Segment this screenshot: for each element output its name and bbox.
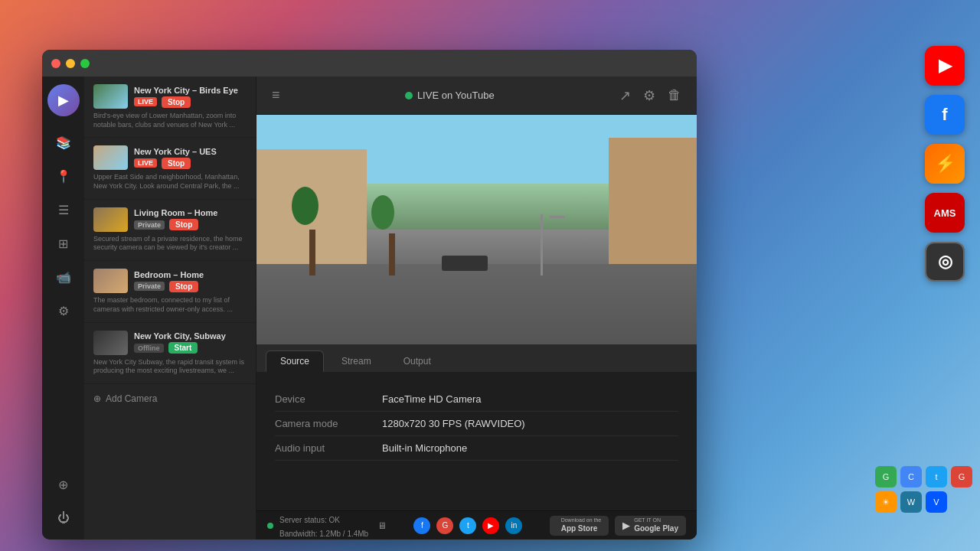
tab-stream[interactable]: Stream — [327, 350, 386, 372]
store-badges: Download on the App Store ▶ GET IT ON Go… — [550, 516, 686, 536]
app-store-badge[interactable]: Download on the App Store — [550, 516, 609, 536]
stop-button-living-room[interactable]: Stop — [169, 219, 198, 230]
camera-status-row: LIVE Stop — [134, 158, 247, 169]
camera-header: Living Room – Home Private Stop — [93, 207, 247, 232]
share-button[interactable]: ↗ — [616, 84, 634, 107]
google-play-badge[interactable]: ▶ GET IT ON Google Play — [615, 516, 686, 536]
delete-button[interactable]: 🗑 — [665, 84, 684, 107]
detail-value-camera-mode: 980x551 30 FPS (RAWVIDEO) — [382, 418, 525, 429]
g-icon[interactable]: G — [875, 466, 897, 487]
app-window: ▶ 📚 📍 ☰ ⊞ 📹 ⚙ ⊕ ⏻ New Yo — [42, 50, 697, 540]
title-bar — [42, 50, 697, 77]
monitor-icon: 🖥 — [377, 520, 387, 531]
camera-status-row: LIVE Stop — [134, 96, 247, 108]
nav-location-icon[interactable]: 📍 — [50, 162, 77, 190]
play-icon: ▶ — [622, 520, 630, 531]
bandwidth-text: Bandwidth: 1.2Mb / 1.4Mb — [279, 530, 368, 538]
server-status-label: Server status: OK — [279, 516, 340, 524]
camera-item-nyc-ues[interactable]: New York City – UES LIVE Stop Upper East… — [84, 138, 256, 199]
camera-item-subway[interactable]: New York City, Subway Offline Start New … — [84, 323, 256, 384]
minimize-button[interactable] — [66, 59, 75, 68]
nav-plus-icon[interactable]: ⊕ — [50, 471, 77, 498]
stop-button-bedroom[interactable]: Stop — [169, 281, 198, 292]
camera-desc: New York City Subway, the rapid transit … — [93, 358, 247, 376]
nav-book-icon[interactable]: 📚 — [50, 129, 77, 156]
detail-row-camera-mode: Camera mode 980x551 30 FPS (RAWVIDEO) — [275, 412, 678, 436]
street-scene — [256, 115, 697, 344]
status-badge-live: LIVE — [134, 97, 157, 106]
main-panel: ≡ LIVE on YouTube ↗ ⚙ 🗑 — [256, 77, 697, 540]
stop-button-nyc-ues[interactable]: Stop — [162, 158, 191, 169]
social-linkedin-icon[interactable]: in — [505, 517, 522, 534]
nav-grid-icon[interactable]: ⊞ — [50, 230, 77, 257]
camera-info: Living Room – Home Private Stop — [134, 208, 247, 230]
g2-icon[interactable]: G — [951, 466, 972, 487]
camera-name: New York City – UES — [134, 147, 247, 156]
social-youtube-icon[interactable]: ▶ — [482, 517, 499, 534]
server-status-text: Server status: OK Bandwidth: 1.2Mb / 1.4… — [279, 512, 368, 540]
right-sidebar: ▶ f ⚡ AMS ◎ — [925, 46, 965, 282]
google-play-name: Google Play — [634, 524, 678, 533]
street-light-pole — [541, 214, 543, 276]
thunder-app-icon[interactable]: ⚡ — [925, 144, 965, 184]
add-camera-button[interactable]: ⊕ Add Camera — [84, 384, 256, 413]
nav-video-icon[interactable]: 📹 — [50, 263, 77, 291]
camera-item-bedroom[interactable]: Bedroom – Home Private Stop The master b… — [84, 261, 256, 322]
nav-settings-icon[interactable]: ⚙ — [50, 297, 77, 324]
app-store-name: App Store — [561, 524, 602, 533]
stop-button-nyc-birds[interactable]: Stop — [162, 96, 191, 108]
camera-status-row: Private Stop — [134, 281, 247, 292]
settings-button[interactable]: ⚙ — [640, 84, 658, 107]
detail-label-camera-mode: Camera mode — [275, 418, 382, 429]
camera-name: Bedroom – Home — [134, 270, 247, 279]
close-button[interactable] — [51, 59, 60, 68]
maximize-button[interactable] — [80, 59, 90, 68]
google-play-text: GET IT ON Google Play — [634, 517, 678, 533]
camera-thumb-living-room — [93, 207, 128, 232]
sniper-app-icon[interactable]: ◎ — [925, 242, 965, 282]
bottom-right-icons: G C t G ☀ W V — [875, 466, 972, 513]
nav-power-icon[interactable]: ⏻ — [50, 504, 77, 532]
camera-item-living-room[interactable]: Living Room – Home Private Stop Secured … — [84, 200, 256, 261]
top-bar-actions: ↗ ⚙ 🗑 — [616, 84, 684, 107]
camera-status-row: Offline Start — [134, 342, 247, 354]
camera-thumb-subway — [93, 331, 128, 355]
tab-output[interactable]: Output — [389, 350, 446, 372]
social-twitter-icon[interactable]: t — [459, 517, 476, 534]
camera-item-nyc-birds[interactable]: New York City – Birds Eye LIVE Stop Bird… — [84, 77, 256, 138]
live-dot — [405, 92, 413, 99]
camera-desc: Bird's-eye view of Lower Manhattan, zoom… — [93, 112, 247, 129]
start-button-subway[interactable]: Start — [168, 342, 198, 354]
facebook-app-icon[interactable]: f — [925, 95, 965, 135]
desktop: ▶ f ⚡ AMS ◎ G C t G ☀ W V ▶ 📚 — [0, 0, 980, 551]
social-facebook-icon[interactable]: f — [413, 517, 430, 534]
social-icons: f G t ▶ in — [413, 517, 522, 534]
youtube-app-icon[interactable]: ▶ — [925, 46, 965, 86]
social-google-icon[interactable]: G — [436, 517, 453, 534]
camera-header: Bedroom – Home Private Stop — [93, 269, 247, 293]
camera-name: Living Room – Home — [134, 208, 247, 217]
tab-bar: Source Stream Output — [256, 344, 697, 372]
camera-header: New York City – Birds Eye LIVE Stop — [93, 84, 247, 109]
app-logo[interactable]: ▶ — [47, 84, 80, 116]
ams-app-icon[interactable]: AMS — [925, 193, 965, 233]
nav-list-icon[interactable]: ☰ — [50, 196, 77, 223]
blue-icon[interactable]: V — [926, 491, 947, 513]
twitter-small-icon[interactable]: t — [926, 466, 947, 487]
building-right — [609, 138, 697, 276]
tab-source[interactable]: Source — [266, 350, 324, 372]
wp-icon[interactable]: W — [900, 491, 922, 513]
menu-icon[interactable]: ≡ — [269, 84, 283, 106]
server-status-dot — [267, 523, 273, 529]
chrome-icon[interactable]: C — [900, 466, 922, 487]
status-bar: Server status: OK Bandwidth: 1.2Mb / 1.4… — [256, 510, 697, 540]
traffic-lights — [51, 59, 90, 68]
details-panel: Device FaceTime HD Camera Camera mode 12… — [256, 372, 697, 510]
orange-icon[interactable]: ☀ — [875, 491, 897, 513]
app-store-pre-text: Download on the — [561, 517, 602, 523]
live-indicator: LIVE on YouTube — [292, 90, 607, 101]
status-badge-live: LIVE — [134, 158, 157, 168]
camera-header: New York City – UES LIVE Stop — [93, 145, 247, 170]
tree-trunk — [309, 230, 315, 276]
app-content: ▶ 📚 📍 ☰ ⊞ 📹 ⚙ ⊕ ⏻ New Yo — [42, 77, 697, 540]
